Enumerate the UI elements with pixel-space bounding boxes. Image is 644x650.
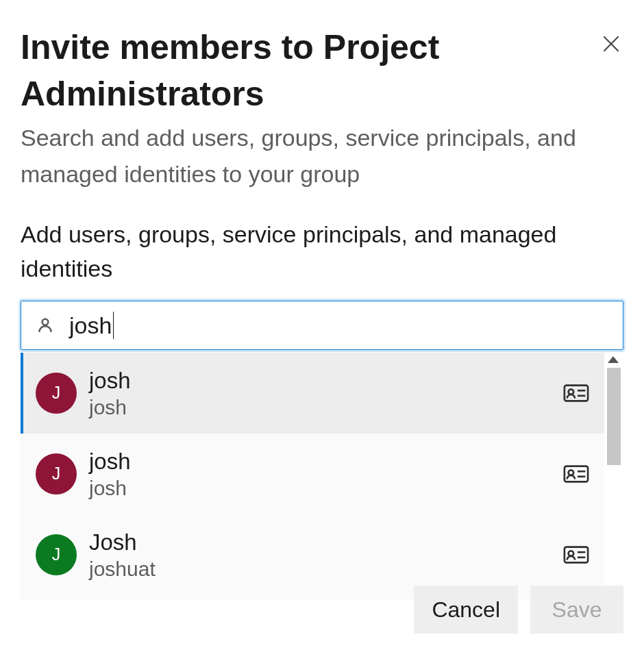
search-input[interactable]: josh [21, 301, 623, 350]
search-field-wrap: josh J josh josh [21, 301, 623, 350]
result-name: josh [89, 366, 563, 395]
avatar-initial: J [52, 383, 61, 403]
search-results-list: J josh josh [21, 353, 604, 599]
person-icon [36, 316, 54, 334]
result-name: josh [89, 447, 563, 475]
avatar: J [36, 534, 77, 575]
search-result-item[interactable]: J josh josh [21, 434, 604, 514]
search-result-item[interactable]: J Josh joshuat [21, 514, 604, 595]
result-name: Josh [89, 528, 563, 556]
result-subtitle: joshuat [89, 556, 563, 582]
scroll-thumb[interactable] [607, 368, 621, 465]
text-caret [113, 312, 114, 339]
search-field-label: Add users, groups, service principals, a… [21, 218, 623, 286]
close-button[interactable] [596, 29, 626, 61]
avatar: J [36, 373, 77, 414]
scroll-up-arrow-icon [604, 353, 622, 366]
search-results-dropdown: J josh josh [21, 353, 623, 599]
save-button[interactable]: Save [530, 586, 623, 634]
result-subtitle: josh [89, 475, 563, 501]
result-subtitle: josh [89, 395, 563, 421]
svg-marker-15 [608, 356, 619, 363]
avatar: J [36, 453, 77, 495]
dialog-subtitle: Search and add users, groups, service pr… [21, 120, 623, 192]
dialog-footer: Cancel Save [414, 586, 623, 634]
search-result-item[interactable]: J josh josh [21, 353, 604, 434]
invite-members-dialog: Invite members to Project Administrators… [0, 0, 644, 650]
contact-card-icon [563, 463, 589, 485]
contact-card-icon [563, 544, 589, 566]
avatar-initial: J [52, 464, 61, 484]
avatar-initial: J [52, 545, 61, 564]
cancel-button[interactable]: Cancel [414, 586, 518, 634]
dialog-title: Invite members to Project Administrators [21, 25, 596, 117]
dropdown-scrollbar[interactable] [604, 353, 623, 599]
result-text: josh josh [89, 366, 563, 421]
dialog-header: Invite members to Project Administrators [21, 25, 623, 117]
svg-point-2 [42, 319, 49, 325]
result-text: josh josh [89, 447, 563, 501]
search-input-value: josh [69, 312, 114, 339]
result-text: Josh joshuat [89, 528, 563, 582]
contact-card-icon [563, 382, 589, 404]
close-icon [600, 47, 622, 57]
